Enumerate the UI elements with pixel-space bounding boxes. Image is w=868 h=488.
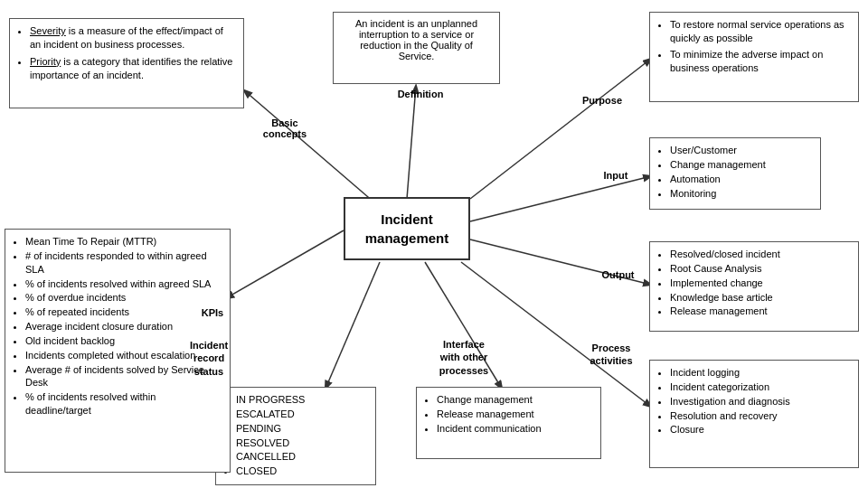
kpi-item-6: Average incident closure duration xyxy=(25,320,222,333)
pa-item-5: Closure xyxy=(670,423,851,436)
svg-line-1 xyxy=(407,86,416,199)
definition-label: Definition xyxy=(389,89,452,99)
center-box: Incident management xyxy=(344,197,470,260)
severity-label: Severity xyxy=(30,25,66,36)
svg-line-5 xyxy=(461,262,651,407)
center-label: Incident management xyxy=(345,210,468,248)
kpi-item-1: Mean Time To Repair (MTTR) xyxy=(25,235,222,249)
iface-item-1: Change management xyxy=(437,393,593,407)
input-box: User/Customer Change management Automati… xyxy=(649,137,821,210)
interface-processes-box: Change management Release management Inc… xyxy=(416,387,601,459)
irs-item-4: RESOLVED xyxy=(236,436,368,450)
irs-item-3: PENDING xyxy=(236,422,368,436)
irs-item-1: IN PROGRESS xyxy=(236,393,368,407)
svg-line-3 xyxy=(470,176,651,221)
output-item-4: Knowledge base article xyxy=(670,291,851,305)
iface-item-2: Release management xyxy=(437,408,593,421)
purpose-label: Purpose xyxy=(575,95,629,106)
output-item-5: Release management xyxy=(670,305,851,318)
kpis-label: KPIs xyxy=(194,307,231,318)
interface-label: Interfacewith otherprocesses xyxy=(423,338,505,377)
pa-item-2: Incident categorization xyxy=(670,380,851,394)
purpose-box: To restore normal service operations as … xyxy=(649,12,859,102)
input-item-4: Monitoring xyxy=(670,187,813,201)
process-activities-label: Processactivities xyxy=(575,342,647,368)
irs-item-5: CANCELLED xyxy=(236,450,368,464)
output-item-1: Resolved/closed incident xyxy=(670,248,851,261)
severity-item: Severity is a measure of the effect/impa… xyxy=(30,24,236,52)
pa-item-3: Investigation and diagnosis xyxy=(670,395,851,408)
input-item-1: User/Customer xyxy=(670,144,813,157)
iface-item-3: Incident communication xyxy=(437,422,593,436)
definition-box: An incident is an unplanned interruption… xyxy=(333,12,500,84)
incident-record-status-box: IN PROGRESS ESCALATED PENDING RESOLVED C… xyxy=(215,387,376,485)
input-label: Input xyxy=(593,170,638,181)
diagram: Incident management Severity is a measur… xyxy=(0,0,868,488)
purpose-item-2: To minimize the adverse impact on busine… xyxy=(670,48,851,75)
incident-record-status-label: Incidentrecordstatus xyxy=(177,339,241,378)
pa-item-1: Incident logging xyxy=(670,366,851,380)
irs-item-2: ESCALATED xyxy=(236,408,368,421)
priority-label: Priority xyxy=(30,56,61,67)
kpi-item-5: % of repeated incidents xyxy=(25,305,222,319)
irs-item-6: CLOSED xyxy=(236,465,368,478)
svg-line-8 xyxy=(226,230,344,298)
input-item-2: Change management xyxy=(670,158,813,172)
output-item-2: Root Cause Analysis xyxy=(670,262,851,276)
input-item-3: Automation xyxy=(670,173,813,186)
kpi-item-10: % of incidents resolved within deadline/… xyxy=(25,390,222,418)
purpose-item-1: To restore normal service operations as … xyxy=(670,18,851,45)
severity-priority-box: Severity is a measure of the effect/impa… xyxy=(9,18,244,108)
kpi-item-3: % of incidents resolved within agreed SL… xyxy=(25,277,222,291)
priority-item: Priority is a category that identifies t… xyxy=(30,55,236,82)
process-activities-box: Incident logging Incident categorization… xyxy=(649,360,859,468)
svg-line-7 xyxy=(326,262,380,389)
kpi-item-2: # of incidents responded to within agree… xyxy=(25,249,222,277)
pa-item-4: Resolution and recovery xyxy=(670,409,851,423)
output-box: Resolved/closed incident Root Cause Anal… xyxy=(649,241,859,332)
output-label: Output xyxy=(593,269,643,280)
output-item-3: Implemented change xyxy=(670,277,851,290)
basic-concepts-label: Basicconcepts xyxy=(249,117,321,139)
kpi-item-4: % of overdue incidents xyxy=(25,291,222,305)
definition-text: An incident is an unplanned interruption… xyxy=(355,18,477,61)
